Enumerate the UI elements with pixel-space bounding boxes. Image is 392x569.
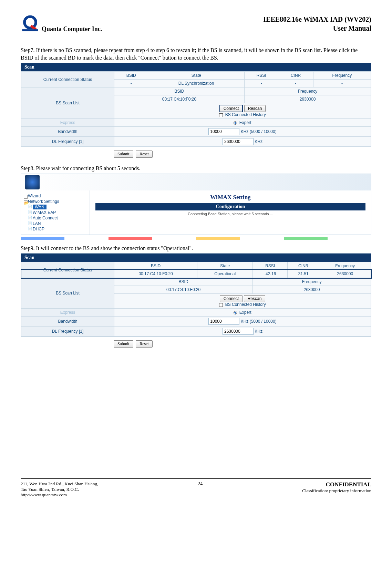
configuration-bar: Configuration <box>95 203 365 210</box>
header-divider <box>21 35 371 36</box>
logo-block: Quanta Computer Inc. <box>21 14 102 33</box>
submit-button[interactable]: Submit <box>114 151 133 158</box>
footer-right: CONFIDENTIAL Classification: proprietary… <box>302 481 371 498</box>
color-strip <box>21 237 371 240</box>
expert-radio[interactable] <box>234 121 237 125</box>
footer-confidential: CONFIDENTIAL <box>302 481 371 488</box>
connect-button-2[interactable]: Connect <box>220 295 243 302</box>
list-freq: 2630000 <box>244 95 371 103</box>
footer-left: 211, Wen Hwa 2nd Rd., Kuei Shan Hsiang, … <box>21 481 98 498</box>
list-col-freq: Frequency <box>244 87 371 95</box>
wimax-setting-title: WiMAX Setting <box>95 194 365 201</box>
col-bsid: BSID <box>114 72 148 80</box>
col-freq: Frequency <box>313 72 371 80</box>
tree-wimax-eap[interactable]: WiMAX EAP <box>28 210 87 215</box>
dlfreq-input-2[interactable] <box>223 328 254 335</box>
step8-text: Step8. Please wait for connecting BS abo… <box>21 165 371 172</box>
val-state: DL Synchronization <box>148 80 245 87</box>
val-cinr: - <box>278 80 313 87</box>
footer-addr3: http://www.quantatw.com <box>21 492 98 498</box>
connecting-message: Connecting Base Station, please wait 5 s… <box>95 210 365 217</box>
scan-panel-2: Scan Current Connection Status BSID Stat… <box>21 253 371 337</box>
nav-banner <box>21 174 371 190</box>
bandwidth-unit-2: KHz (5000 / 10000) <box>241 319 277 324</box>
footer-addr1: 211, Wen Hwa 2nd Rd., Kuei Shan Hsiang, <box>21 481 98 487</box>
quanta-logo-icon <box>21 14 40 33</box>
val2-rssi: -42.16 <box>253 270 288 278</box>
submit-button-2[interactable]: Submit <box>114 340 133 348</box>
tree-dhcp[interactable]: DHCP <box>28 226 87 232</box>
submit-row-2: Submit Reset <box>114 340 371 348</box>
step7-text: Step7. If there is no BS scanned, please… <box>21 46 371 61</box>
list2-freq: 2630000 <box>253 286 371 294</box>
scan-panel-1: Scan Current Connection Status BSID Stat… <box>21 63 371 147</box>
col2-cinr: CINR <box>288 262 319 270</box>
history-label: BS Connected History <box>225 112 266 117</box>
dlfreq-label-2: DL Frequency [1] <box>21 327 114 337</box>
bandwidth-label-2: Bandwidth <box>21 317 114 327</box>
nav-tree: Wizard Network Settings WAN WiMAX EAP Au… <box>21 190 90 235</box>
svg-point-0 <box>24 17 36 28</box>
val-freq: - <box>313 80 371 87</box>
val2-bsid: 00:17:C4:10:F0:20 <box>114 270 197 278</box>
bandwidth-unit: KHz (5000 / 10000) <box>241 129 277 134</box>
scan-panel-title: Scan <box>21 63 371 71</box>
tree-lan[interactable]: LAN <box>28 221 87 226</box>
tree-network[interactable]: Network Settings <box>23 199 87 204</box>
page-footer: 211, Wen Hwa 2nd Rd., Kuei Shan Hsiang, … <box>21 478 371 498</box>
val2-freq: 2630000 <box>319 270 371 278</box>
col-state: State <box>148 72 245 80</box>
history-checkbox[interactable] <box>219 113 223 117</box>
submit-row-1: Submit Reset <box>114 151 371 158</box>
scan-table-2: Current Connection Status BSID State RSS… <box>21 262 371 337</box>
col2-freq: Frequency <box>319 262 371 270</box>
list-bsid[interactable]: 00:17:C4:10:F0:20 <box>114 95 245 103</box>
expert-radio-2[interactable] <box>234 311 237 314</box>
reset-button[interactable]: Reset <box>136 151 153 158</box>
footer-addr2: Tao Yuan Shien, Taiwan, R.O.C. <box>21 487 98 492</box>
dlfreq-unit: KHz <box>255 139 262 144</box>
company-name: Quanta Computer Inc. <box>42 25 102 33</box>
list-col-bsid: BSID <box>114 87 245 95</box>
history-checkbox-2[interactable] <box>219 303 223 307</box>
title-line1: IEEE802.16e WiMAX IAD (WV202) <box>263 15 371 24</box>
bs-scan-list-label: BS Scan List <box>21 87 114 119</box>
current-connection-label: Current Connection Status <box>21 72 114 87</box>
bandwidth-input[interactable] <box>208 128 239 135</box>
doc-title: IEEE802.16e WiMAX IAD (WV202) User Manua… <box>263 15 371 33</box>
tree-wan[interactable]: WAN <box>28 204 87 210</box>
col2-state: State <box>197 262 253 270</box>
reset-button-2[interactable]: Reset <box>136 340 153 348</box>
val-rssi: - <box>244 80 278 87</box>
tree-auto-connect[interactable]: Auto Connect <box>28 215 87 221</box>
col-rssi: RSSI <box>244 72 278 80</box>
dlfreq-input[interactable] <box>223 138 254 145</box>
rescan-button-2[interactable]: Rescan <box>244 295 266 302</box>
col2-bsid: BSID <box>114 262 197 270</box>
connect-button[interactable]: Connect <box>219 105 243 112</box>
nav-right: WiMAX Setting Configuration Connecting B… <box>90 190 371 235</box>
bs-scan-list-label-2: BS Scan List <box>21 278 114 309</box>
list2-col-freq: Frequency <box>253 278 371 286</box>
rescan-button[interactable]: Rescan <box>244 105 266 112</box>
doc-header: Quanta Computer Inc. IEEE802.16e WiMAX I… <box>21 14 371 33</box>
nav-logo-icon <box>25 175 40 189</box>
val2-cinr: 31.51 <box>288 270 319 278</box>
express-label-2: Express <box>21 309 114 317</box>
scan-table-1: Current Connection Status BSID State RSS… <box>21 71 371 147</box>
nav-block: Wizard Network Settings WAN WiMAX EAP Au… <box>21 174 371 235</box>
express-label: Express <box>21 119 114 127</box>
val-bsid: - <box>114 80 148 87</box>
bandwidth-label: Bandwidth <box>21 127 114 137</box>
expert-label: Expert <box>239 120 251 125</box>
scan-panel-2-title: Scan <box>21 254 371 262</box>
dlfreq-label: DL Frequency [1] <box>21 137 114 147</box>
list2-bsid[interactable]: 00:17:C4:10:F0:20 <box>114 286 253 294</box>
current-connection-label-2: Current Connection Status <box>21 262 114 278</box>
svg-rect-2 <box>22 29 38 31</box>
title-line2: User Manual <box>263 24 371 33</box>
history-label-2: BS Connected History <box>225 302 266 307</box>
tree-wizard[interactable]: Wizard <box>23 193 87 199</box>
bandwidth-input-2[interactable] <box>208 318 239 325</box>
footer-page: 24 <box>198 481 203 498</box>
